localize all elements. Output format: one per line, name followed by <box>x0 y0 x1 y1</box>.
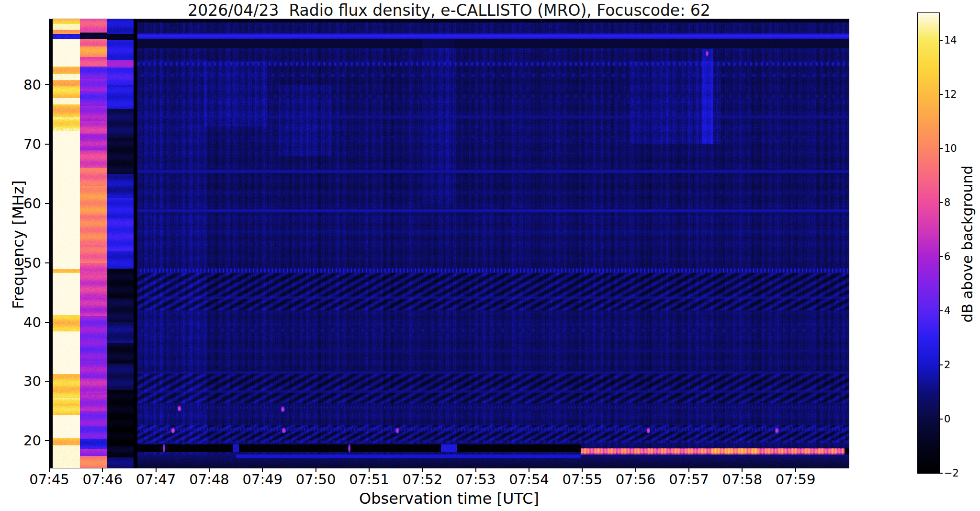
y-tick-label: 40 <box>8 314 41 330</box>
colorbar-tick-label: 14 <box>944 34 957 46</box>
x-tick-label: 07:45 <box>29 471 69 488</box>
y-tickmark <box>45 440 49 441</box>
colorbar-tickmark <box>939 364 943 365</box>
colorbar-tickmark <box>939 473 943 474</box>
colorbar-tick-label: 6 <box>944 251 950 262</box>
y-tick-label: 50 <box>8 255 41 271</box>
colorbar-tickmark <box>939 148 943 149</box>
colorbar-tickmark <box>939 94 943 95</box>
y-tickmark <box>45 84 49 85</box>
colorbar-tick-label: 12 <box>944 89 957 100</box>
spectrogram-plot-area <box>49 19 849 468</box>
y-tickmark <box>45 381 49 382</box>
y-tickmark <box>45 144 49 145</box>
colorbar-label: dB above background <box>959 125 976 364</box>
x-tick-label: 07:47 <box>136 471 176 488</box>
colorbar-tickmark <box>939 202 943 203</box>
y-tick-label: 70 <box>8 136 41 152</box>
x-tick-label: 07:50 <box>296 471 336 488</box>
spectrogram-heatmap-canvas <box>49 19 849 468</box>
x-tick-label: 07:59 <box>776 471 816 488</box>
x-tick-label: 07:56 <box>616 471 656 488</box>
colorbar-tickmark <box>939 256 943 257</box>
y-tickmark <box>45 322 49 323</box>
x-tick-label: 07:53 <box>456 471 496 488</box>
y-tick-label: 80 <box>8 77 41 93</box>
y-tick-label: 30 <box>8 373 41 389</box>
colorbar-tick-label: −2 <box>944 467 959 479</box>
colorbar-tick-label: 4 <box>944 305 950 317</box>
y-tick-label: 20 <box>8 432 41 449</box>
x-tick-label: 07:57 <box>669 471 709 488</box>
colorbar-tick-label: 0 <box>944 413 950 425</box>
x-tick-label: 07:49 <box>243 471 283 488</box>
y-tickmark <box>45 203 49 204</box>
colorbar <box>917 12 940 474</box>
colorbar-tick-label: 10 <box>944 143 957 154</box>
colorbar-tickmark <box>939 40 943 41</box>
x-tick-label: 07:58 <box>722 471 763 488</box>
x-tick-label: 07:52 <box>403 471 443 488</box>
y-tickmark <box>45 262 49 263</box>
colorbar-tick-label: 2 <box>944 359 950 371</box>
x-tick-label: 07:54 <box>509 471 549 488</box>
colorbar-gradient-canvas <box>918 13 939 473</box>
x-tick-label: 07:55 <box>563 471 603 488</box>
x-tick-label: 07:48 <box>189 471 229 488</box>
colorbar-tickmark <box>939 419 943 420</box>
x-tick-label: 07:51 <box>349 471 389 488</box>
colorbar-tick-label: 8 <box>944 197 950 208</box>
x-axis-label: Observation time [UTC] <box>49 489 849 508</box>
y-tick-label: 60 <box>8 195 41 212</box>
x-tick-label: 07:46 <box>83 471 123 488</box>
chart-title: 2026/04/23 Radio flux density, e-CALLIST… <box>49 1 849 20</box>
colorbar-tickmark <box>939 310 943 311</box>
